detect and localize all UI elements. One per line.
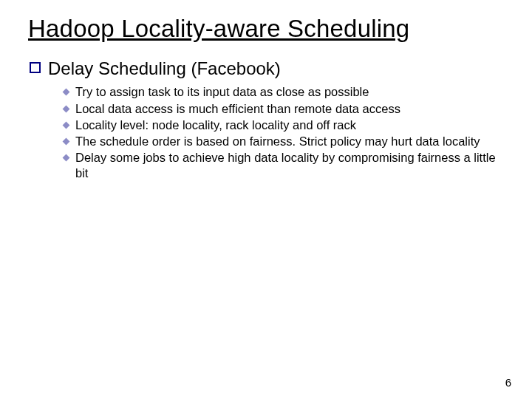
list-item: The schedule order is based on fairness.… [62,134,504,149]
list-item: Try to assign task to its input data as … [62,84,504,100]
main-heading-row: Delay Scheduling (Facebook) [30,57,504,80]
slide: Hadoop Locality-aware Scheduling Delay S… [0,0,532,399]
list-item: Local data access is much efficient than… [62,101,504,117]
bullet-text: Delay some jobs to achieve high data loc… [75,150,504,181]
bullet-list: Try to assign task to its input data as … [62,84,504,181]
bullet-text: Local data access is much efficient than… [75,101,504,117]
main-heading-text: Delay Scheduling (Facebook) [48,57,281,80]
diamond-bullet-icon [62,121,69,129]
page-number: 6 [505,376,511,389]
bullet-text: The schedule order is based on fairness.… [75,134,504,149]
bullet-text: Try to assign task to its input data as … [75,84,504,100]
diamond-bullet-icon [62,88,69,95]
list-item: Delay some jobs to achieve high data loc… [62,150,504,181]
diamond-bullet-icon [62,105,69,112]
diamond-bullet-icon [62,154,69,161]
slide-title: Hadoop Locality-aware Scheduling [28,13,504,44]
list-item: Locality level: node locality, rack loca… [62,117,504,133]
diamond-bullet-icon [62,137,69,145]
square-bullet-icon [30,62,41,73]
bullet-text: Locality level: node locality, rack loca… [75,117,504,133]
